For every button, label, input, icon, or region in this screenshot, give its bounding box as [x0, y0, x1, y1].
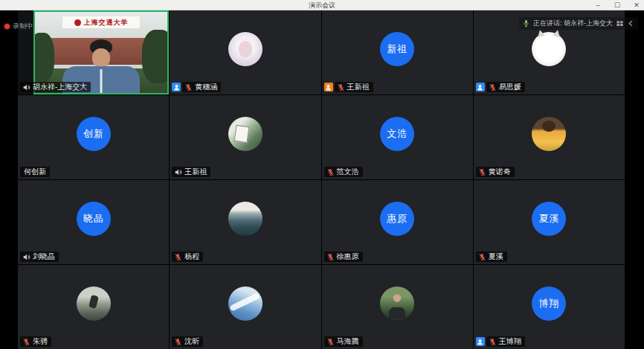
name-label: 徐惠原 [324, 252, 363, 262]
participant-tile[interactable]: 沈昕 [170, 265, 321, 349]
name-label: 王新祖 [324, 82, 373, 92]
member-badge-icon [476, 337, 485, 346]
initials-avatar: 惠原 [380, 202, 414, 236]
collapse-arrow-icon[interactable] [627, 19, 635, 28]
participant-tile[interactable]: 黄诺奇 [474, 95, 625, 179]
meeting-window: 演示会议 – ☐ ✕ 上海交通大学 [0, 0, 644, 349]
participant-name: 胡永祥-上海交大 [33, 83, 87, 92]
name-label: 胡永祥-上海交大 [20, 82, 91, 92]
photo-avatar [77, 286, 111, 321]
photo-avatar [532, 117, 566, 151]
recording-dot-icon [4, 24, 10, 29]
photo-avatar [380, 286, 414, 321]
mic-muted-icon [337, 83, 345, 92]
host-badge-icon [324, 83, 333, 92]
university-banner-text: 上海交通大学 [84, 18, 129, 28]
participant-name: 易思媛 [499, 83, 521, 92]
mic-active-icon [522, 19, 530, 28]
member-badge-icon [172, 83, 181, 92]
window-controls: – ☐ ✕ [593, 0, 641, 10]
photo-avatar [228, 32, 263, 66]
participant-name: 朱骋 [33, 337, 48, 346]
participant-name: 沈昕 [184, 337, 199, 346]
speaker-face-graphic [92, 48, 110, 68]
name-label: 王新祖 [172, 167, 210, 177]
mic-muted-icon [489, 338, 497, 346]
name-label: 马海腾 [324, 336, 363, 347]
participant-tile[interactable]: 创新 何创新 [18, 95, 169, 179]
participant-name: 何创新 [24, 167, 46, 176]
initials-avatar: 新祖 [380, 32, 414, 66]
name-label: 杨程 [172, 252, 203, 262]
participant-tile[interactable]: 夏溪 夏溪 [474, 180, 625, 264]
recording-label: 录制中 [13, 22, 33, 31]
university-banner: 上海交通大学 [62, 16, 139, 28]
participant-name: 杨程 [184, 252, 199, 261]
participant-tile[interactable]: 新祖 王新祖 [322, 10, 473, 95]
participant-tile[interactable]: 朱骋 [18, 265, 169, 349]
initials-avatar: 博翔 [532, 286, 566, 321]
name-label: 王博翔 [476, 336, 525, 347]
photo-avatar [228, 117, 263, 151]
participant-name: 王新祖 [347, 83, 370, 92]
initials-avatar: 文浩 [380, 117, 414, 151]
participant-grid: 上海交通大学 胡永祥-上海交大 黄穗涵 [18, 10, 625, 349]
photo-avatar [228, 202, 263, 236]
participant-name: 王新祖 [184, 167, 207, 176]
participant-tile[interactable]: 马海腾 [322, 265, 473, 349]
mic-muted-icon [489, 83, 497, 92]
initials-avatar: 晓晶 [77, 202, 111, 236]
gallery-view-icon[interactable] [616, 19, 624, 28]
participant-tile[interactable]: 王新祖 [170, 95, 321, 179]
photo-avatar [228, 286, 263, 321]
participant-tile[interactable]: 惠原 徐惠原 [322, 180, 473, 264]
participant-name: 黄诺奇 [489, 167, 511, 176]
participant-name: 徐惠原 [337, 252, 359, 261]
name-label: 朱骋 [20, 336, 51, 347]
photo-avatar [532, 32, 566, 66]
participant-name: 黄穗涵 [195, 83, 217, 92]
speaking-label: 正在讲话: 胡永祥-上海交大 [533, 19, 613, 28]
participant-tile[interactable]: 黄穗涵 [170, 10, 321, 95]
name-label: 范文浩 [324, 167, 363, 177]
participant-tile[interactable]: 博翔 王博翔 [474, 265, 625, 349]
mic-muted-icon [478, 168, 486, 176]
participant-tile[interactable]: 晓晶 刘晓晶 [18, 180, 169, 264]
participant-tile[interactable]: 上海交通大学 胡永祥-上海交大 [18, 10, 169, 95]
member-badge-icon [476, 83, 485, 92]
speaking-indicator: 正在讲话: 胡永祥-上海交大 [519, 17, 638, 30]
mic-muted-icon [22, 338, 30, 346]
initials-avatar: 创新 [77, 117, 111, 151]
name-label: 沈昕 [172, 336, 203, 347]
recording-indicator: 录制中 [4, 22, 33, 31]
tree-graphic [33, 33, 54, 81]
mic-muted-icon [174, 338, 182, 346]
speaker-audio-icon [174, 168, 182, 176]
minimize-button[interactable]: – [593, 0, 602, 10]
mic-muted-icon [184, 83, 193, 92]
participant-name: 范文浩 [337, 167, 359, 176]
window-title: 演示会议 [0, 1, 644, 10]
name-label: 夏溪 [476, 252, 507, 262]
close-button[interactable]: ✕ [632, 0, 641, 10]
mic-muted-icon [326, 168, 335, 176]
name-label: 易思媛 [476, 82, 525, 92]
mic-muted-icon [326, 253, 335, 261]
maximize-button[interactable]: ☐ [613, 0, 622, 10]
initials-avatar: 夏溪 [532, 202, 566, 236]
participant-name: 王博翔 [499, 337, 521, 346]
participant-name: 刘晓晶 [33, 252, 55, 261]
speaker-audio-icon [22, 83, 30, 92]
university-logo [74, 19, 81, 26]
tree-graphic [142, 30, 169, 83]
name-label: 黄诺奇 [476, 167, 515, 177]
mic-muted-icon [174, 253, 182, 261]
name-label: 刘晓晶 [20, 252, 59, 262]
mic-muted-icon [478, 253, 486, 261]
speaker-audio-icon [22, 253, 30, 261]
participant-name: 马海腾 [337, 337, 359, 346]
participant-tile[interactable]: 文浩 范文浩 [322, 95, 473, 179]
name-label: 何创新 [20, 167, 50, 177]
participant-tile[interactable]: 杨程 [170, 180, 321, 264]
mic-muted-icon [326, 338, 335, 346]
